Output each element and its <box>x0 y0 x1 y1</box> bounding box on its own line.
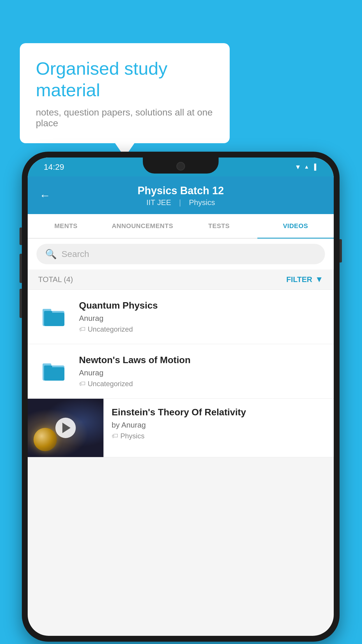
tab-tests[interactable]: TESTS <box>181 214 257 238</box>
status-icons: ▼ ▲ ▐ <box>295 163 316 171</box>
status-time: 14:29 <box>44 162 64 172</box>
video-item-2[interactable]: Newton's Laws of Motion Anurag 🏷 Uncateg… <box>28 344 334 399</box>
video-item-3[interactable]: Einstein's Theory Of Relativity by Anura… <box>28 399 334 457</box>
power-button <box>340 239 342 262</box>
tag-icon-3: 🏷 <box>112 432 118 440</box>
video-author-2: Anurag <box>79 368 323 377</box>
total-count: TOTAL (4) <box>38 275 73 284</box>
search-icon: 🔍 <box>45 249 57 260</box>
video-title-3: Einstein's Theory Of Relativity <box>112 407 326 418</box>
speech-bubble-subtitle: notes, question papers, solutions all at… <box>36 107 214 129</box>
tab-ments[interactable]: MENTS <box>28 214 104 238</box>
header-subtitle-part2: Physics <box>189 198 215 207</box>
search-placeholder[interactable]: Search <box>61 249 89 259</box>
video-list: Quantum Physics Anurag 🏷 Uncategorized <box>28 290 334 457</box>
video-tag-2: 🏷 Uncategorized <box>79 380 323 388</box>
speech-bubble: Organised study material notes, question… <box>20 43 230 143</box>
header-title: Physics Batch 12 <box>138 185 224 197</box>
volume-down-button <box>20 289 22 318</box>
tab-videos[interactable]: VIDEOS <box>257 214 334 238</box>
filter-icon: ▼ <box>315 275 323 284</box>
video-tag-3: 🏷 Physics <box>112 432 326 440</box>
phone-outer: 14:29 ▼ ▲ ▐ ← Physics Batch 12 IIT JEE |… <box>22 152 340 642</box>
back-button[interactable]: ← <box>39 189 50 202</box>
video-author-3: by Anurag <box>112 421 326 430</box>
play-button-3[interactable] <box>55 418 76 438</box>
video-info-2: Newton's Laws of Motion Anurag 🏷 Uncateg… <box>79 355 323 388</box>
video-author-1: Anurag <box>79 314 323 323</box>
tabs-bar: MENTS ANNOUNCEMENTS TESTS VIDEOS <box>28 214 334 239</box>
video-tag-1: 🏷 Uncategorized <box>79 325 323 333</box>
speech-bubble-title: Organised study material <box>36 58 214 101</box>
tag-icon-2: 🏷 <box>79 380 85 388</box>
volume-up-button <box>20 254 22 283</box>
svg-rect-2 <box>44 313 64 326</box>
video-thumbnail-3 <box>28 399 103 457</box>
camera <box>176 162 185 171</box>
folder-icon-2 <box>38 355 70 387</box>
app-header: ← Physics Batch 12 IIT JEE | Physics <box>28 176 334 214</box>
tag-icon-1: 🏷 <box>79 326 85 333</box>
folder-icon-1 <box>38 300 70 332</box>
video-title-2: Newton's Laws of Motion <box>79 355 323 365</box>
thumb-planet <box>34 428 57 451</box>
phone-notch <box>143 158 219 174</box>
play-triangle-icon <box>62 423 71 433</box>
video-title-1: Quantum Physics <box>79 300 323 311</box>
filter-button[interactable]: FILTER ▼ <box>286 275 323 284</box>
svg-rect-6 <box>44 367 64 381</box>
filter-label: FILTER <box>286 275 312 284</box>
video-info-3: Einstein's Theory Of Relativity by Anura… <box>103 399 334 448</box>
tab-announcements[interactable]: ANNOUNCEMENTS <box>104 214 181 238</box>
signal-icon: ▲ <box>304 164 309 170</box>
filter-bar: TOTAL (4) FILTER ▼ <box>28 270 334 290</box>
header-subtitle-part1: IIT JEE <box>146 198 171 207</box>
video-info-1: Quantum Physics Anurag 🏷 Uncategorized <box>79 300 323 333</box>
mute-button <box>20 228 22 245</box>
svg-rect-3 <box>44 311 52 314</box>
search-bar[interactable]: 🔍 Search <box>36 244 325 264</box>
phone-screen: 14:29 ▼ ▲ ▐ ← Physics Batch 12 IIT JEE |… <box>28 158 334 636</box>
svg-rect-7 <box>44 365 52 369</box>
header-subtitle: IIT JEE | Physics <box>143 198 218 207</box>
speech-bubble-wrapper: Organised study material notes, question… <box>20 43 230 143</box>
search-bar-wrapper: 🔍 Search <box>28 239 334 270</box>
wifi-icon: ▼ <box>295 163 301 171</box>
video-item-1[interactable]: Quantum Physics Anurag 🏷 Uncategorized <box>28 290 334 344</box>
header-subtitle-divider: | <box>179 198 181 207</box>
phone-mockup: 14:29 ▼ ▲ ▐ ← Physics Batch 12 IIT JEE |… <box>22 152 340 642</box>
battery-icon: ▐ <box>312 164 316 170</box>
